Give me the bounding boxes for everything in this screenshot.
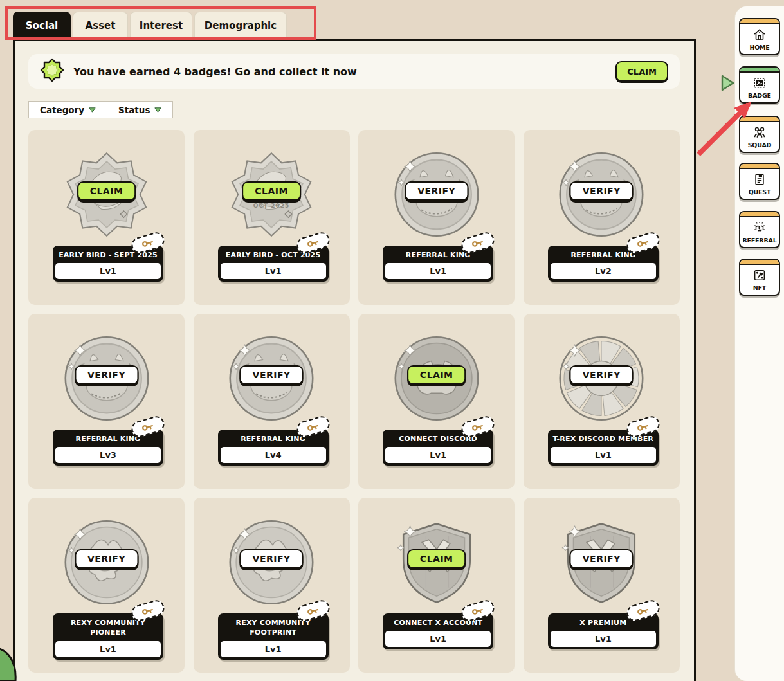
- badge-title: REXY COMMUNITY PIONEER: [55, 618, 161, 641]
- badge-level: Lv1: [55, 641, 161, 657]
- badge-level: Lv1: [55, 263, 161, 279]
- key-icon: [305, 604, 320, 617]
- sidebar-item-strip: [740, 164, 779, 169]
- badge-action-button[interactable]: CLAIM: [77, 181, 136, 201]
- key-icon: [635, 237, 650, 249]
- badge-action-button[interactable]: VERIFY: [570, 549, 634, 568]
- badge-subtitle: OCT 2025: [194, 203, 350, 209]
- sidebar-item-label: QUEST: [740, 188, 779, 199]
- key-icon: [140, 421, 155, 433]
- badge-card: VERIFY REXY COMMUNITY PIONEER Lv1: [28, 498, 185, 673]
- badge-label: REFERRAL KING Lv2: [548, 246, 659, 282]
- key-icon: [140, 237, 155, 249]
- sidebar-nav: HOMEBADGESQUADQUESTREFERRALNFT: [735, 6, 784, 681]
- key-icon: [471, 421, 486, 433]
- badge-card: VERIFY T-REX DISCORD MEMBER Lv1: [524, 314, 680, 489]
- badge-action-button[interactable]: CLAIM: [407, 365, 466, 385]
- badge-card: VERIFY REXY COMMUNITY FOOTPRINT Lv1: [194, 498, 350, 673]
- badge-action-button[interactable]: VERIFY: [240, 549, 304, 568]
- sidebar-item-home[interactable]: HOME: [739, 18, 780, 55]
- badge-title: T-REX DISCORD MEMBER: [551, 434, 656, 447]
- badge-action-button[interactable]: VERIFY: [75, 365, 138, 385]
- badge-title: REFERRAL KING: [551, 250, 656, 263]
- sidebar-item-label: REFERRAL: [740, 236, 779, 247]
- badge-action-button[interactable]: VERIFY: [75, 549, 138, 568]
- badge-card: VERIFY REFERRAL KING Lv3: [28, 314, 185, 489]
- badge-label: T-REX DISCORD MEMBER Lv1: [548, 430, 659, 466]
- badge-label: REFERRAL KING Lv1: [383, 246, 493, 282]
- badge-label: CONNECT X ACCOUNT Lv1: [383, 613, 493, 649]
- badge-level: Lv1: [385, 631, 491, 647]
- badge-action-button[interactable]: VERIFY: [405, 181, 468, 201]
- tab-demographic[interactable]: Demographic: [194, 12, 287, 39]
- badge-level: Lv1: [385, 447, 491, 463]
- badge-title: REXY COMMUNITY FOOTPRINT: [221, 618, 326, 641]
- sidebar-item-nft[interactable]: NFT: [739, 259, 780, 296]
- badge-label: EARLY BIRD - SEPT 2025 Lv1: [53, 246, 163, 282]
- squad-icon: [740, 124, 779, 141]
- badge-level: Lv3: [55, 447, 161, 463]
- badge-action-button[interactable]: VERIFY: [570, 181, 634, 201]
- badge-title: X PREMIUM: [551, 618, 656, 631]
- badge-card: CLAIM EARLY BIRD - SEPT 2025 Lv1: [28, 130, 185, 305]
- badge-action-button[interactable]: CLAIM: [242, 181, 301, 201]
- badge-title: CONNECT X ACCOUNT: [385, 618, 491, 631]
- tab-interest[interactable]: Interest: [130, 12, 192, 39]
- badge-level: Lv1: [551, 447, 656, 463]
- chevron-down-icon: [89, 107, 96, 113]
- sidebar-item-strip: [740, 212, 779, 217]
- sidebar-item-strip: [740, 68, 779, 73]
- badge-card: VERIFY REFERRAL KING Lv4: [194, 314, 350, 489]
- sidebar-item-quest[interactable]: QUEST: [739, 163, 780, 200]
- sidebar-item-referral[interactable]: REFERRAL: [739, 211, 780, 248]
- badge-label: EARLY BIRD - OCT 2025 Lv1: [218, 246, 329, 282]
- badge-grid: CLAIM EARLY BIRD - SEPT 2025 Lv1 CLAIM O…: [28, 130, 680, 673]
- filter-label: Category: [40, 105, 84, 115]
- notification-text: You have earned 4 badges! Go and collect…: [73, 66, 357, 78]
- sidebar-item-label: SQUAD: [740, 141, 779, 152]
- badge-card: CLAIM CONNECT X ACCOUNT Lv1: [358, 498, 515, 673]
- badge-level: Lv2: [551, 263, 656, 279]
- badge-card: VERIFY REFERRAL KING Lv2: [524, 130, 680, 305]
- badge-title: EARLY BIRD - SEPT 2025: [55, 250, 161, 263]
- badge-action-button[interactable]: VERIFY: [240, 365, 304, 385]
- key-icon: [140, 604, 155, 617]
- badge-label: REFERRAL KING Lv3: [53, 430, 163, 466]
- key-icon: [635, 604, 650, 617]
- sidebar-item-badge[interactable]: BADGE: [739, 66, 780, 104]
- filter-status[interactable]: Status: [107, 101, 173, 118]
- badge-card: VERIFY X PREMIUM Lv1: [524, 498, 680, 673]
- quest-icon: [740, 171, 779, 188]
- sidebar-item-label: NFT: [740, 284, 779, 295]
- filter-category[interactable]: Category: [28, 101, 107, 118]
- badge-card: CLAIM OCT 2025 EARLY BIRD - OCT 2025 Lv1: [194, 130, 350, 305]
- key-icon: [471, 237, 486, 249]
- badge-label: X PREMIUM Lv1: [548, 613, 659, 649]
- sidebar-item-strip: [740, 260, 779, 265]
- badge-action-button[interactable]: VERIFY: [570, 365, 634, 385]
- sidebar-item-strip: [740, 117, 779, 122]
- badge-title: REFERRAL KING: [221, 434, 326, 447]
- nft-icon: [740, 267, 779, 284]
- key-icon: [305, 237, 320, 249]
- badge-title: REFERRAL KING: [385, 250, 491, 263]
- key-icon: [305, 421, 320, 433]
- filter-label: Status: [118, 105, 150, 115]
- sidebar-item-strip: [740, 19, 779, 24]
- tab-social[interactable]: Social: [13, 12, 71, 39]
- filter-bar: CategoryStatus: [28, 101, 173, 118]
- badge-title: EARLY BIRD - OCT 2025: [221, 250, 326, 263]
- tab-asset[interactable]: Asset: [73, 12, 128, 39]
- badge-level: Lv1: [385, 263, 491, 279]
- badge-level: Lv1: [221, 641, 326, 657]
- sidebar-item-label: BADGE: [740, 91, 779, 102]
- badge-action-button[interactable]: CLAIM: [407, 549, 466, 568]
- badge-card: VERIFY REFERRAL KING Lv1: [358, 130, 515, 305]
- notification-claim-button[interactable]: CLAIM: [615, 61, 668, 82]
- badge-card: CLAIM CONNECT DISCORD Lv1: [358, 314, 515, 489]
- lime-seal-icon: [40, 58, 64, 85]
- referral-icon: [740, 219, 779, 236]
- home-icon: [740, 26, 779, 43]
- notification-bar: You have earned 4 badges! Go and collect…: [28, 54, 680, 89]
- sidebar-item-squad[interactable]: SQUAD: [739, 116, 780, 153]
